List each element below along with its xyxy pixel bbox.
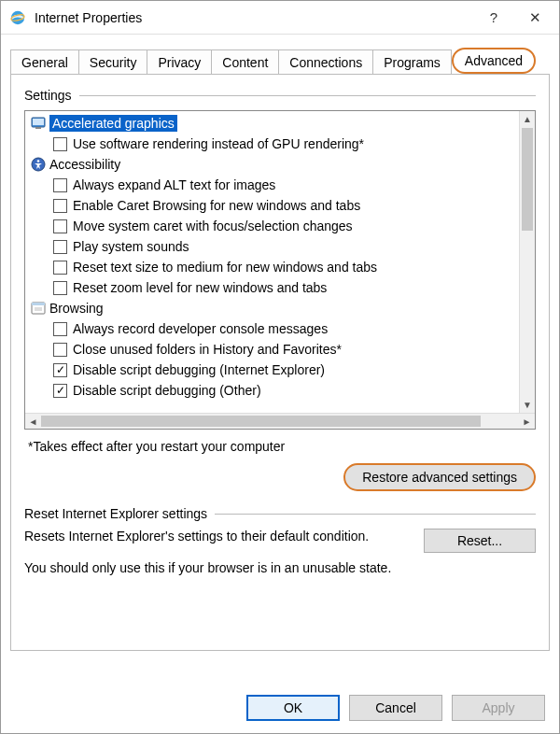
reset-group-label: Reset Internet Explorer settings [24,506,536,521]
reset-description: Resets Internet Explorer's settings to t… [24,529,413,543]
category-label: Accelerated graphics [49,115,177,132]
tree-item[interactable]: Always record developer console messages [25,318,535,339]
scrollbar-track[interactable] [41,414,519,429]
category-accessibility[interactable]: Accessibility [25,154,535,175]
tree-item[interactable]: Play system sounds [25,236,535,257]
tab-programs[interactable]: Programs [373,49,452,75]
reset-note: You should only use this if your browser… [24,560,536,575]
category-label: Accessibility [49,157,120,172]
dialog-button-row: OK Cancel Apply [246,695,545,721]
titlebar: Internet Properties ? ✕ [1,1,559,35]
checkbox[interactable] [53,261,67,275]
scroll-right-icon[interactable]: ► [519,414,535,429]
tree-item[interactable]: Enable Caret Browsing for new windows an… [25,195,535,216]
tree-item[interactable]: ✓Disable script debugging (Other) [25,380,535,401]
scrollbar-thumb[interactable] [41,416,481,427]
tab-privacy[interactable]: Privacy [147,49,212,75]
restart-footnote: *Takes effect after you restart your com… [28,439,536,454]
svg-rect-3 [33,119,44,125]
item-label: Reset text size to medium for new window… [73,260,377,275]
cancel-button[interactable]: Cancel [349,695,442,721]
item-label: Play system sounds [73,239,189,254]
accessibility-icon [31,157,46,172]
settings-tree[interactable]: Accelerated graphics Use software render… [24,110,536,430]
ok-button[interactable]: OK [246,695,340,721]
item-label: Reset zoom level for new windows and tab… [73,280,327,295]
item-label: Always expand ALT text for images [73,177,275,192]
item-label: Always record developer console messages [73,321,328,336]
item-label: Move system caret with focus/selection c… [73,219,353,233]
window-title: Internet Properties [35,10,473,25]
svg-rect-4 [35,127,41,129]
close-button[interactable]: ✕ [514,3,555,33]
settings-label: Settings [24,88,72,103]
tab-security[interactable]: Security [79,49,148,75]
restore-advanced-settings-button[interactable]: Restore advanced settings [343,463,536,491]
internet-options-icon [8,8,27,27]
scroll-left-icon[interactable]: ◄ [25,414,41,429]
reset-label: Reset Internet Explorer settings [24,506,207,521]
checkbox[interactable] [53,219,67,233]
tree-item[interactable]: Reset zoom level for new windows and tab… [25,277,535,298]
checkbox[interactable] [53,322,67,336]
help-button[interactable]: ? [473,3,514,33]
tab-content[interactable]: Content [212,49,279,75]
tab-advanced[interactable]: Advanced [452,48,536,74]
tree-item[interactable]: Move system caret with focus/selection c… [25,216,535,236]
checkbox[interactable]: ✓ [53,384,67,398]
item-label: Use software rendering instead of GPU re… [73,136,364,151]
category-browsing[interactable]: Browsing [25,298,535,318]
settings-group-label: Settings [24,88,536,103]
checkbox[interactable]: ✓ [53,363,67,377]
checkbox[interactable] [53,137,67,151]
settings-tree-viewport: Accelerated graphics Use software render… [25,111,535,413]
tab-general[interactable]: General [10,49,79,75]
apply-button[interactable]: Apply [452,695,545,721]
horizontal-scrollbar[interactable]: ◄ ► [25,413,535,429]
item-label: Disable script debugging (Internet Explo… [73,362,325,377]
item-label: Disable script debugging (Other) [73,383,261,398]
divider [79,95,536,96]
scroll-down-icon[interactable]: ▼ [520,397,535,413]
tab-connections[interactable]: Connections [279,49,373,75]
tree-item[interactable]: Always expand ALT text for images [25,175,535,195]
checkbox[interactable] [53,240,67,254]
tree-item[interactable]: Reset text size to medium for new window… [25,257,535,277]
category-accelerated-graphics[interactable]: Accelerated graphics [25,113,535,134]
checkbox[interactable] [53,343,67,357]
tree-item[interactable]: Use software rendering instead of GPU re… [25,134,535,154]
divider [215,514,536,515]
browsing-icon [31,301,46,316]
item-label: Close unused folders in History and Favo… [73,342,342,357]
tree-item[interactable]: ✓Disable script debugging (Internet Expl… [25,360,535,380]
item-label: Enable Caret Browsing for new windows an… [73,198,360,213]
svg-point-6 [37,160,40,162]
tabpanel-advanced: Settings Accelerated graphics Use softwa… [10,74,550,651]
checkbox[interactable] [53,178,67,192]
scrollbar-thumb[interactable] [522,128,533,231]
vertical-scrollbar[interactable]: ▲ ▼ [519,111,535,413]
tree-item[interactable]: Close unused folders in History and Favo… [25,339,535,360]
checkbox[interactable] [53,199,67,213]
display-icon [31,116,46,131]
reset-button[interactable]: Reset... [424,529,536,553]
checkbox[interactable] [53,281,67,295]
category-label: Browsing [49,301,104,316]
scroll-up-icon[interactable]: ▲ [520,111,535,127]
tab-strip: General Security Privacy Content Connect… [1,35,559,74]
svg-rect-8 [32,303,45,305]
